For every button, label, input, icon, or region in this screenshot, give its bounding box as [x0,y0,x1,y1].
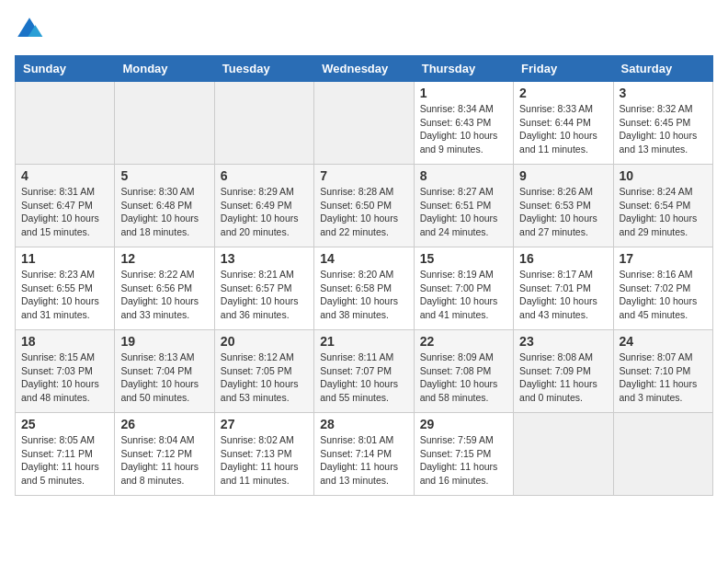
day-info: Sunrise: 8:28 AM Sunset: 6:50 PM Dayligh… [320,185,407,239]
day-info: Sunrise: 8:09 AM Sunset: 7:08 PM Dayligh… [420,350,507,405]
day-info: Sunrise: 8:08 AM Sunset: 7:09 PM Dayligh… [519,350,607,405]
calendar-body: 1Sunrise: 8:34 AM Sunset: 6:43 PM Daylig… [16,82,713,496]
day-info: Sunrise: 8:01 AM Sunset: 7:14 PM Dayligh… [320,433,407,488]
day-number: 19 [120,334,208,349]
day-cell: 17Sunrise: 8:16 AM Sunset: 7:02 PM Dayli… [613,247,712,330]
day-cell [115,82,214,165]
day-number: 25 [21,417,108,431]
day-cell: 27Sunrise: 8:02 AM Sunset: 7:13 PM Dayli… [214,413,313,496]
day-info: Sunrise: 8:31 AM Sunset: 6:47 PM Dayligh… [21,185,108,239]
day-number: 15 [420,251,507,266]
day-cell: 14Sunrise: 8:20 AM Sunset: 6:58 PM Dayli… [314,247,414,330]
day-cell [314,82,414,165]
header-cell-thursday: Thursday [414,56,513,82]
week-row-1: 1Sunrise: 8:34 AM Sunset: 6:43 PM Daylig… [16,82,713,165]
day-number: 1 [420,86,507,100]
day-info: Sunrise: 8:17 AM Sunset: 7:01 PM Dayligh… [519,268,607,322]
calendar-table: SundayMondayTuesdayWednesdayThursdayFrid… [15,55,713,496]
day-cell: 24Sunrise: 8:07 AM Sunset: 7:10 PM Dayli… [613,330,712,413]
logo-icon [15,15,44,44]
day-number: 24 [620,334,707,349]
day-info: Sunrise: 8:13 AM Sunset: 7:04 PM Dayligh… [120,350,208,405]
day-cell: 9Sunrise: 8:26 AM Sunset: 6:53 PM Daylig… [514,165,613,247]
day-cell: 19Sunrise: 8:13 AM Sunset: 7:04 PM Dayli… [115,330,214,413]
day-number: 20 [221,334,308,349]
day-cell: 11Sunrise: 8:23 AM Sunset: 6:55 PM Dayli… [16,247,115,330]
week-row-2: 4Sunrise: 8:31 AM Sunset: 6:47 PM Daylig… [16,165,713,247]
day-number: 14 [320,251,407,266]
calendar-header: SundayMondayTuesdayWednesdayThursdayFrid… [16,56,713,82]
day-cell: 13Sunrise: 8:21 AM Sunset: 6:57 PM Dayli… [214,247,313,330]
day-cell: 4Sunrise: 8:31 AM Sunset: 6:47 PM Daylig… [16,165,115,247]
day-number: 23 [519,334,607,349]
day-info: Sunrise: 8:24 AM Sunset: 6:54 PM Dayligh… [620,185,707,239]
day-info: Sunrise: 8:33 AM Sunset: 6:44 PM Dayligh… [519,102,607,156]
day-cell: 7Sunrise: 8:28 AM Sunset: 6:50 PM Daylig… [314,165,414,247]
day-cell: 5Sunrise: 8:30 AM Sunset: 6:48 PM Daylig… [115,165,214,247]
day-info: Sunrise: 8:11 AM Sunset: 7:07 PM Dayligh… [320,350,407,405]
day-cell [613,413,712,496]
day-cell: 29Sunrise: 7:59 AM Sunset: 7:15 PM Dayli… [414,413,513,496]
week-row-4: 18Sunrise: 8:15 AM Sunset: 7:03 PM Dayli… [16,330,713,413]
day-cell: 16Sunrise: 8:17 AM Sunset: 7:01 PM Dayli… [514,247,613,330]
header [15,15,713,44]
day-number: 22 [420,334,507,349]
day-cell: 28Sunrise: 8:01 AM Sunset: 7:14 PM Dayli… [314,413,414,496]
day-info: Sunrise: 8:19 AM Sunset: 7:00 PM Dayligh… [420,268,507,322]
header-cell-monday: Monday [115,56,214,82]
day-number: 26 [120,417,208,431]
day-number: 5 [120,168,208,183]
day-cell: 26Sunrise: 8:04 AM Sunset: 7:12 PM Dayli… [115,413,214,496]
day-info: Sunrise: 8:27 AM Sunset: 6:51 PM Dayligh… [420,185,507,239]
day-info: Sunrise: 8:02 AM Sunset: 7:13 PM Dayligh… [221,433,308,488]
day-cell: 18Sunrise: 8:15 AM Sunset: 7:03 PM Dayli… [16,330,115,413]
day-number: 17 [620,251,707,266]
day-info: Sunrise: 8:05 AM Sunset: 7:11 PM Dayligh… [21,433,108,488]
week-row-5: 25Sunrise: 8:05 AM Sunset: 7:11 PM Dayli… [16,413,713,496]
day-info: Sunrise: 8:26 AM Sunset: 6:53 PM Dayligh… [519,185,607,239]
day-cell: 1Sunrise: 8:34 AM Sunset: 6:43 PM Daylig… [414,82,513,165]
day-cell: 2Sunrise: 8:33 AM Sunset: 6:44 PM Daylig… [514,82,613,165]
day-number: 2 [519,86,607,100]
day-info: Sunrise: 8:04 AM Sunset: 7:12 PM Dayligh… [120,433,208,488]
day-cell: 25Sunrise: 8:05 AM Sunset: 7:11 PM Dayli… [16,413,115,496]
day-number: 12 [120,251,208,266]
day-info: Sunrise: 8:30 AM Sunset: 6:48 PM Dayligh… [120,185,208,239]
day-cell: 3Sunrise: 8:32 AM Sunset: 6:45 PM Daylig… [613,82,712,165]
day-cell: 6Sunrise: 8:29 AM Sunset: 6:49 PM Daylig… [214,165,313,247]
day-number: 7 [320,168,407,183]
day-info: Sunrise: 8:07 AM Sunset: 7:10 PM Dayligh… [620,350,707,405]
day-info: Sunrise: 7:59 AM Sunset: 7:15 PM Dayligh… [420,433,507,488]
day-number: 3 [620,86,707,100]
header-cell-saturday: Saturday [613,56,712,82]
day-info: Sunrise: 8:21 AM Sunset: 6:57 PM Dayligh… [221,268,308,322]
header-row: SundayMondayTuesdayWednesdayThursdayFrid… [16,56,713,82]
day-info: Sunrise: 8:12 AM Sunset: 7:05 PM Dayligh… [221,350,308,405]
day-info: Sunrise: 8:32 AM Sunset: 6:45 PM Dayligh… [620,102,707,156]
day-cell [214,82,313,165]
day-number: 28 [320,417,407,431]
day-number: 16 [519,251,607,266]
day-cell: 10Sunrise: 8:24 AM Sunset: 6:54 PM Dayli… [613,165,712,247]
day-number: 4 [21,168,108,183]
day-info: Sunrise: 8:15 AM Sunset: 7:03 PM Dayligh… [21,350,108,405]
day-number: 29 [420,417,507,431]
header-cell-wednesday: Wednesday [314,56,414,82]
logo [15,15,48,44]
day-number: 8 [420,168,507,183]
header-cell-tuesday: Tuesday [214,56,313,82]
day-number: 13 [221,251,308,266]
day-cell: 23Sunrise: 8:08 AM Sunset: 7:09 PM Dayli… [514,330,613,413]
day-cell: 12Sunrise: 8:22 AM Sunset: 6:56 PM Dayli… [115,247,214,330]
day-number: 18 [21,334,108,349]
week-row-3: 11Sunrise: 8:23 AM Sunset: 6:55 PM Dayli… [16,247,713,330]
day-cell: 22Sunrise: 8:09 AM Sunset: 7:08 PM Dayli… [414,330,513,413]
day-info: Sunrise: 8:34 AM Sunset: 6:43 PM Dayligh… [420,102,507,156]
day-cell: 15Sunrise: 8:19 AM Sunset: 7:00 PM Dayli… [414,247,513,330]
day-cell: 8Sunrise: 8:27 AM Sunset: 6:51 PM Daylig… [414,165,513,247]
day-info: Sunrise: 8:20 AM Sunset: 6:58 PM Dayligh… [320,268,407,322]
day-number: 27 [221,417,308,431]
day-info: Sunrise: 8:22 AM Sunset: 6:56 PM Dayligh… [120,268,208,322]
day-cell: 20Sunrise: 8:12 AM Sunset: 7:05 PM Dayli… [214,330,313,413]
day-cell [16,82,115,165]
